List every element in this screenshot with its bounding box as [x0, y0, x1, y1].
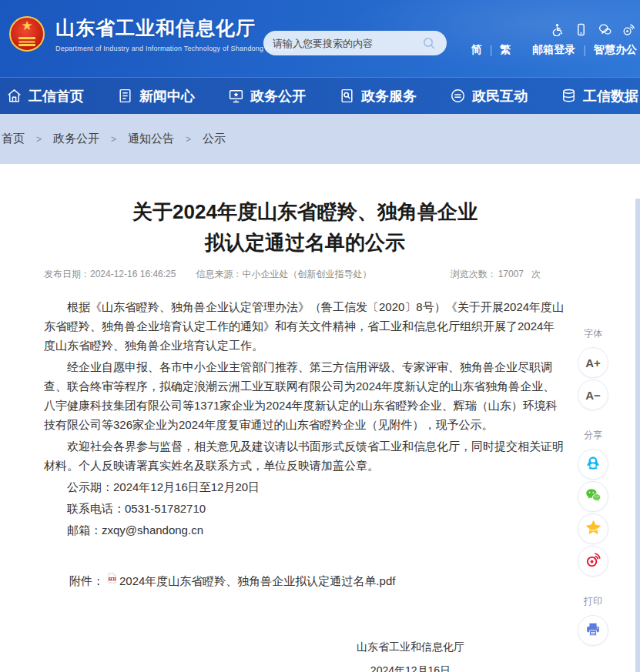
search-box	[263, 31, 447, 55]
views-label: 浏览次数：	[451, 269, 497, 279]
publish-date-value: 2024-12-16 16:46:25	[90, 269, 176, 279]
link-smart-office[interactable]: 智慧办公	[594, 43, 637, 57]
breadcrumb-home[interactable]: 首页	[2, 132, 25, 146]
signature-name: 山东省工业和信息化厅	[341, 635, 480, 659]
breadcrumb-separator: >	[186, 134, 191, 145]
printer-icon	[585, 621, 601, 640]
breadcrumb: 首页 > 政务公开 > 通知公告 > 公示	[0, 114, 640, 164]
notice-period: 公示期：2024年12月16日至12月20日	[44, 477, 566, 496]
link-traditional-chinese[interactable]: 繁	[500, 43, 511, 57]
news-icon	[117, 88, 133, 104]
site-title: 山东省工业和信息化厅	[55, 15, 294, 41]
site-logo[interactable]: ★ 山东省工业和信息化厅 Department of Industry and …	[8, 10, 294, 58]
divider: |	[490, 44, 493, 56]
contact-email: 邮箱：zxqy@shandong.cn	[44, 520, 566, 540]
home-icon	[6, 88, 22, 104]
nav-item-interaction[interactable]: 政民互动	[450, 87, 528, 105]
contact-phone: 联系电话：0531-51782710	[44, 499, 566, 518]
title-line-1: 关于2024年度山东省瞪羚、独角兽企业	[44, 196, 566, 227]
article-meta: 发布日期：2024-12-16 16:46:25 信息来源：中小企业处（创新创业…	[44, 268, 566, 281]
attachment-row: 附件： 2024年度山东省瞪羚、独角兽企业拟认定通过名单.pdf	[69, 573, 566, 590]
qq-icon	[585, 455, 601, 474]
title-line-2: 拟认定通过名单的公示	[44, 227, 566, 258]
page-title: 关于2024年度山东省瞪羚、独角兽企业 拟认定通过名单的公示	[44, 196, 566, 258]
main-content: 关于2024年度山东省瞪羚、独角兽企业 拟认定通过名单的公示 发布日期：2024…	[0, 196, 640, 672]
breadcrumb-disclosure[interactable]: 政务公开	[53, 132, 99, 146]
paragraph: 根据《山东省瞪羚、独角兽企业认定管理办法》（鲁工信发〔2020〕8号）《关于开展…	[44, 297, 566, 355]
pdf-icon	[107, 573, 117, 586]
weibo-icon	[585, 551, 602, 571]
search-icon[interactable]	[421, 35, 437, 52]
breadcrumb-notices[interactable]: 通知公告	[128, 132, 174, 146]
search-input[interactable]	[273, 38, 421, 49]
print-button[interactable]	[578, 615, 608, 646]
nav-item-news[interactable]: 新闻中心	[117, 87, 195, 105]
article-body: 根据《山东省瞪羚、独角兽企业认定管理办法》（鲁工信发〔2020〕8号）《关于开展…	[44, 297, 566, 540]
page-edge-strip	[635, 199, 640, 672]
nav-item-disclosure[interactable]: 政务公开	[228, 87, 306, 105]
signature-block: 山东省工业和信息化厅 2024年12月16日	[341, 635, 480, 672]
share-qq-button[interactable]	[578, 449, 608, 480]
paragraph: 经企业自愿申报、各市中小企业主管部门推荐、第三方信用评级、专家评审、独角兽企业尽…	[44, 357, 566, 434]
main-nav: 工信首页 新闻中心 政务公开 政务服务 政民互动	[0, 77, 640, 114]
attachment-label: 附件：	[69, 574, 104, 589]
site-subtitle: Department of Industry and Information T…	[55, 45, 294, 52]
publish-date-label: 发布日期：	[44, 269, 90, 279]
source-label: 信息来源：	[196, 269, 242, 279]
paragraph: 欢迎社会各界参与监督，相关意见及建议请以书面形式反馈省工业和信息化厅，同时提交相…	[44, 436, 566, 475]
service-doc-icon	[339, 88, 355, 104]
link-mail-login[interactable]: 邮箱登录	[532, 43, 575, 57]
views-unit: 次	[531, 269, 541, 279]
font-size-label: 字体	[584, 327, 602, 340]
article: 关于2024年度山东省瞪羚、独角兽企业 拟认定通过名单的公示 发布日期：2024…	[44, 196, 566, 672]
qzone-star-icon	[585, 519, 602, 539]
breadcrumb-separator: >	[111, 134, 116, 145]
font-decrease-button[interactable]: A−	[578, 379, 608, 410]
mobile-icon[interactable]	[575, 23, 588, 36]
chat-bubble-icon	[450, 88, 466, 104]
link-simplified-chinese[interactable]: 简	[471, 43, 482, 57]
share-weibo-button[interactable]	[578, 546, 608, 577]
accessibility-icon[interactable]	[551, 23, 564, 36]
font-increase-button[interactable]: A+	[578, 347, 608, 378]
source-value: 中小企业处（创新创业指导处）	[242, 269, 371, 279]
attachment-link[interactable]: 2024年度山东省瞪羚、独角兽企业拟认定通过名单.pdf	[119, 574, 395, 589]
tools-sidebar: 字体 A+ A− 分享	[573, 327, 613, 647]
monitor-icon	[228, 88, 244, 104]
wechat-icon	[585, 486, 602, 507]
site-header: ★ 山东省工业和信息化厅 Department of Industry and …	[0, 0, 640, 77]
nav-item-data[interactable]: 工信数据	[561, 87, 638, 105]
database-icon	[561, 88, 577, 104]
divider: |	[583, 44, 586, 56]
wechat-icon[interactable]	[598, 23, 612, 36]
nav-item-services[interactable]: 政务服务	[339, 87, 417, 105]
breadcrumb-separator: >	[36, 134, 42, 145]
national-emblem-icon: ★	[8, 10, 46, 58]
views-count: 17007	[498, 269, 524, 279]
print-label: 打印	[584, 595, 602, 608]
breadcrumb-current[interactable]: 公示	[203, 132, 226, 146]
page: ★ 山东省工业和信息化厅 Department of Industry and …	[0, 0, 640, 672]
share-qzone-button[interactable]	[578, 513, 608, 544]
weibo-icon[interactable]	[622, 23, 635, 36]
signature-date: 2024年12月16日	[341, 659, 480, 672]
share-label: 分享	[584, 429, 602, 442]
share-wechat-button[interactable]	[578, 481, 608, 512]
nav-item-home[interactable]: 工信首页	[6, 87, 84, 105]
